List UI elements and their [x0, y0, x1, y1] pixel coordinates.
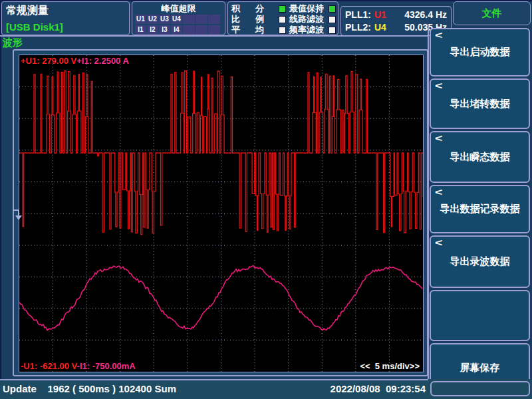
- export-stall-data-button[interactable]: < 导出堵转数据: [430, 78, 530, 129]
- peak-cell-i3: I3: [159, 25, 170, 35]
- peak-cell-empty: [183, 15, 195, 24]
- softkey-menu-title: 文件: [454, 7, 530, 20]
- voltage-trace-u1: [19, 71, 423, 235]
- toggle-averaging: 平 均: [231, 25, 286, 35]
- peak-cell-empty: [196, 15, 207, 24]
- mode-panel: 常规测量 [USB Disk1]: [1, 1, 130, 35]
- i1-max-label: +I1: 2.2500 A: [76, 56, 129, 66]
- peak-cell-i1: I1: [135, 25, 146, 35]
- peak-cell-empty: [208, 25, 220, 35]
- peak-over-limit-title: 峰值超限: [132, 3, 225, 15]
- toggle-column-right: 最值保持 线路滤波 频率滤波: [289, 3, 336, 35]
- peak-cell-u4: U4: [171, 15, 182, 24]
- softkey-empty[interactable]: [430, 290, 530, 341]
- toggle-scaling: 比 例: [231, 14, 286, 25]
- timebase-label[interactable]: << 5 ms/div>>: [360, 361, 420, 371]
- export-startup-data-button[interactable]: < 导出启动数据: [430, 28, 530, 76]
- pll1-source: U1: [374, 9, 394, 20]
- peak-row-current: I1 I2 I3 I4: [135, 25, 221, 35]
- peak-cell-empty: [208, 15, 220, 24]
- peak-cell-i4: I4: [171, 25, 182, 35]
- peak-cell-u3: U3: [159, 15, 170, 24]
- toggle-integration: 积 分: [231, 3, 286, 14]
- peak-over-limit-panel: 峰值超限 U1 U2 U3 U4 I1 I2 I3 I4: [132, 1, 225, 35]
- back-arrow-icon: <: [435, 186, 442, 198]
- toggle-column-left: 积 分 比 例 平 均: [231, 3, 286, 35]
- pll1-row: PLL1: U1 4326.4 Hz: [345, 9, 447, 20]
- waveform-canvas: [19, 55, 423, 372]
- peak-cell-empty: [196, 25, 207, 35]
- integration-indicator: [279, 5, 286, 13]
- toggle-freq-filter: 频率滤波: [289, 25, 336, 35]
- toggle-line-filter: 线路滤波: [289, 14, 336, 25]
- power-analyzer-screen: 常规测量 [USB Disk1] 峰值超限 U1 U2 U3 U4 I1 I2 …: [0, 0, 532, 399]
- status-softkey-box: [430, 381, 530, 396]
- pll2-source: U4: [374, 22, 394, 33]
- back-arrow-icon: <: [435, 29, 442, 41]
- scale-label-top: +U1: 279.00 V+I1: 2.2500 A: [21, 56, 129, 66]
- peak-cell-u2: U2: [147, 15, 158, 24]
- back-arrow-icon: <: [435, 237, 442, 248]
- waveform-plot: +U1: 279.00 V+I1: 2.2500 A -U1: -621.00 …: [19, 55, 424, 372]
- scale-label-bottom: -U1: -621.00 V-I1: -750.00mA: [21, 361, 136, 371]
- trigger-position-icon: [13, 207, 23, 221]
- back-arrow-icon: <: [435, 132, 442, 144]
- peak-row-voltage: U1 U2 U3 U4: [135, 15, 221, 24]
- freq-filter-indicator: [329, 27, 336, 34]
- header-divider: [0, 35, 429, 37]
- max-hold-indicator: [329, 5, 336, 13]
- softkey-menu-title-box: 文件: [453, 1, 531, 25]
- page-label: 波形: [3, 37, 23, 49]
- status-bar: Update 1962 ( 500ms ) 102400 Sum 2022/08…: [0, 379, 532, 399]
- pll1-frequency: 4326.4 Hz: [404, 9, 447, 20]
- i1-min-label: -I1: -750.00mA: [77, 361, 136, 371]
- scaling-indicator: [279, 16, 286, 23]
- peak-cell-i2: I2: [147, 25, 158, 35]
- export-data-record-button[interactable]: < 导出数据记录数据: [430, 185, 530, 233]
- function-status-panel: 积 分 比 例 平 均 最值保持 线路滤波 频率滤波: [227, 1, 338, 35]
- status-divider: [0, 379, 428, 380]
- u1-max-label: +U1: 279.00 V: [21, 56, 76, 66]
- toggle-max-hold: 最值保持: [289, 3, 336, 14]
- peak-cell-empty: [183, 25, 195, 35]
- back-arrow-icon: <: [435, 80, 442, 91]
- sidebar-divider: [428, 24, 429, 399]
- export-wave-record-button[interactable]: < 导出录波数据: [430, 235, 530, 288]
- update-counter: Update 1962 ( 500ms ) 102400 Sum: [3, 383, 176, 394]
- usb-status: [USB Disk1]: [6, 21, 63, 33]
- peak-cell-u1: U1: [135, 15, 146, 24]
- datetime: 2022/08/08 09:23:54: [318, 383, 426, 394]
- line-filter-indicator: [329, 16, 336, 23]
- mode-title: 常规测量: [6, 4, 49, 18]
- export-transient-data-button[interactable]: < 导出瞬态数据: [430, 131, 530, 183]
- averaging-indicator: [279, 27, 286, 34]
- u1-min-label: -U1: -621.00 V: [21, 361, 77, 371]
